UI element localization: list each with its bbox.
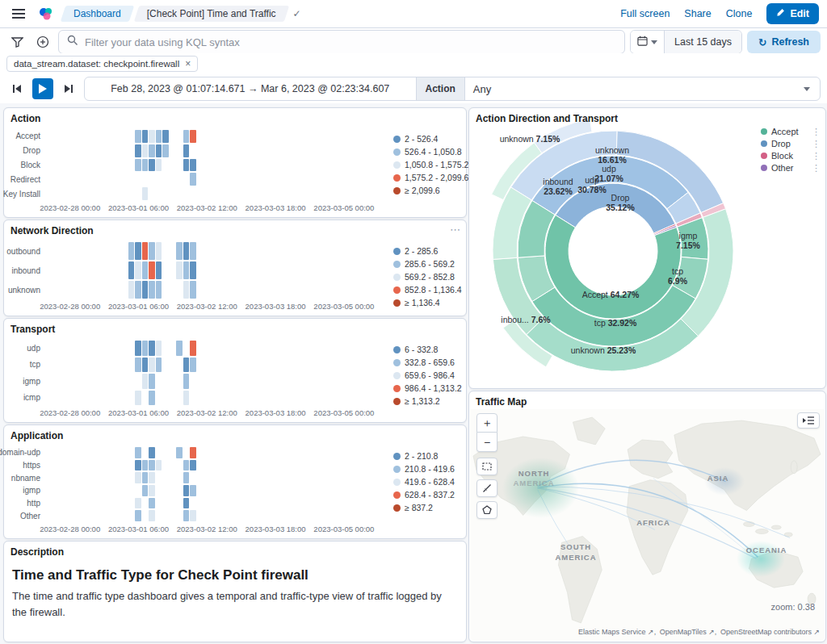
heatmap-cell[interactable] (190, 447, 195, 458)
heatmap-cell[interactable] (190, 460, 195, 471)
heatmap-cell[interactable] (149, 498, 154, 509)
heatmap-cell[interactable] (142, 472, 148, 483)
legend-item[interactable]: 2 - 210.8 (393, 450, 466, 462)
draw-bounds-tool-button[interactable] (476, 458, 497, 475)
heatmap-cell[interactable] (183, 130, 189, 143)
heatmap-cell[interactable] (135, 510, 141, 521)
add-filter-icon[interactable] (32, 31, 53, 52)
heatmap-cell[interactable] (156, 130, 162, 143)
heatmap-cell[interactable] (128, 281, 134, 299)
heatmap-cell[interactable] (149, 261, 154, 279)
zoom-out-button[interactable]: − (476, 433, 497, 452)
heatmap-cell[interactable] (149, 485, 154, 496)
legend-options-icon[interactable]: ⋮ (812, 127, 822, 137)
heatmap-cell[interactable] (149, 242, 154, 260)
legend-item[interactable]: 986.4 - 1,313.2 (393, 382, 466, 395)
heatmap-cell[interactable] (135, 472, 141, 483)
control-group-action[interactable]: Action Any (417, 77, 821, 100)
search-input[interactable] (83, 36, 616, 49)
heatmap-cell[interactable] (149, 341, 154, 356)
kql-search-box[interactable] (58, 30, 625, 54)
heatmap-cell[interactable] (183, 374, 189, 389)
edit-button[interactable]: Edit (766, 3, 819, 24)
measure-distance-tool-button[interactable] (476, 479, 497, 497)
heatmap-cell[interactable] (135, 130, 141, 143)
zoom-in-button[interactable]: ＋ (476, 413, 497, 433)
heatmap-cell[interactable] (190, 159, 195, 172)
heatmap-cell[interactable] (149, 472, 154, 483)
heatmap-cell[interactable] (156, 144, 162, 157)
heatmap-cell[interactable] (183, 472, 189, 483)
heatmap-cell[interactable] (142, 485, 148, 496)
heatmap-cell[interactable] (156, 460, 162, 471)
heatmap-cell[interactable] (156, 281, 162, 299)
legend-item[interactable]: 1,050.8 - 1,575.2 (393, 158, 466, 171)
legend-options-icon[interactable]: ⋮ (812, 163, 822, 174)
heatmap-plot[interactable] (46, 340, 388, 406)
heatmap-cell[interactable] (149, 374, 154, 389)
map-attribution-link[interactable]: Elastic Maps Service ↗, (578, 628, 658, 636)
heatmap-cell[interactable] (183, 510, 189, 521)
heatmap-plot[interactable] (46, 241, 388, 299)
heatmap-cell[interactable] (183, 159, 189, 172)
legend-item[interactable]: 2 - 526.4 (393, 132, 466, 145)
legend-item[interactable]: ≥ 1,136.4 (393, 296, 466, 309)
legend-item[interactable]: 526.4 - 1,050.8 (393, 145, 466, 158)
share-button[interactable]: Share (684, 8, 711, 19)
legend-item[interactable]: 210.8 - 419.6 (393, 462, 466, 475)
heatmap-cell[interactable] (183, 485, 189, 496)
heatmap-cell[interactable] (190, 242, 195, 260)
legend-item[interactable]: 285.6 - 569.2 (393, 257, 466, 270)
heatmap-cell[interactable] (142, 159, 148, 172)
time-slider-previous-button[interactable] (6, 78, 27, 99)
heatmap-cell[interactable] (183, 144, 189, 157)
legend-item[interactable]: Block⋮ (761, 150, 822, 161)
saved-query-filter-icon[interactable] (6, 31, 27, 52)
clone-button[interactable]: Clone (726, 8, 753, 19)
full-screen-button[interactable]: Full screen (620, 8, 670, 19)
heatmap-cell[interactable] (156, 358, 162, 373)
heatmap-cell[interactable] (142, 242, 148, 260)
heatmap-cell[interactable] (190, 341, 195, 356)
panel-options-button[interactable]: ⋯ (450, 224, 461, 236)
map-attribution-link[interactable]: OpenStreetMap contributors ↗ (720, 628, 820, 636)
heatmap-cell[interactable] (190, 173, 195, 186)
heatmap-cell[interactable] (135, 159, 141, 172)
heatmap-cell[interactable] (183, 391, 189, 406)
heatmap-cell[interactable] (190, 485, 195, 496)
legend-item[interactable]: Accept⋮ (761, 126, 822, 137)
heatmap-cell[interactable] (162, 144, 168, 157)
legend-options-icon[interactable]: ⋮ (812, 139, 822, 149)
heatmap-cell[interactable] (135, 391, 141, 406)
heatmap-cell[interactable] (135, 460, 141, 471)
heatmap-cell[interactable] (142, 374, 148, 389)
legend-item[interactable]: 6 - 332.8 (393, 343, 466, 356)
heatmap-cell[interactable] (128, 242, 134, 260)
heatmap-cell[interactable] (142, 281, 148, 299)
heatmap-cell[interactable] (135, 261, 141, 279)
heatmap-cell[interactable] (183, 460, 189, 471)
heatmap-cell[interactable] (135, 498, 141, 509)
heatmap-cell[interactable] (149, 358, 154, 373)
heatmap-cell[interactable] (135, 281, 141, 299)
legend-item[interactable]: 1,575.2 - 2,099.6 (393, 171, 466, 184)
heatmap-cell[interactable] (149, 460, 154, 471)
heatmap-cell[interactable] (149, 510, 154, 521)
time-range-button[interactable]: Last 15 days (665, 31, 741, 53)
close-icon[interactable]: × (185, 58, 191, 69)
legend-item[interactable]: 2 - 285.6 (393, 245, 466, 257)
heatmap-cell[interactable] (190, 281, 195, 299)
legend-item[interactable]: Other⋮ (761, 162, 822, 174)
heatmap-cell[interactable] (149, 281, 154, 299)
heatmap-cell[interactable] (135, 358, 141, 373)
legend-item[interactable]: ≥ 1,313.2 (393, 395, 466, 408)
heatmap-cell[interactable] (156, 242, 162, 260)
legend-item[interactable]: 332.8 - 659.6 (393, 356, 466, 369)
heatmap-cell[interactable] (142, 460, 148, 471)
time-slider-next-button[interactable] (58, 78, 79, 99)
heatmap-cell[interactable] (135, 341, 141, 356)
map-attribution-link[interactable]: OpenMapTiles ↗, (660, 628, 719, 636)
heatmap-cell[interactable] (176, 447, 182, 458)
heatmap-cell[interactable] (142, 130, 148, 143)
heatmap-cell[interactable] (128, 261, 134, 279)
